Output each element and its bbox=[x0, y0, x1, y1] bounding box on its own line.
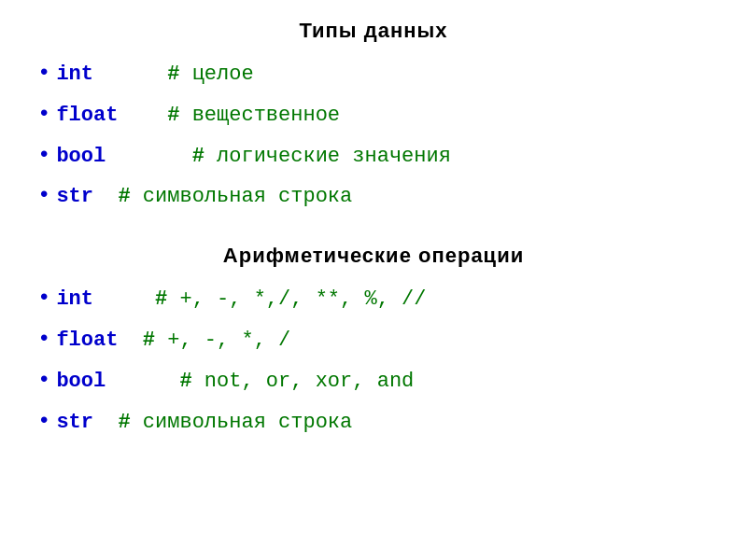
arithmetic-section: Арифметические операции • int # +, -, *,… bbox=[37, 244, 710, 446]
types-section: Типы данных • int # целое • float # веще… bbox=[37, 19, 710, 221]
hash: # bbox=[118, 183, 130, 212]
keyword-float: float bbox=[56, 102, 118, 131]
comment: целое bbox=[179, 61, 253, 90]
spacer bbox=[106, 368, 179, 397]
hash: # bbox=[118, 409, 130, 438]
comment: вещественное bbox=[179, 102, 340, 131]
list-item: • str # символьная строка bbox=[37, 406, 710, 438]
hash: # bbox=[179, 368, 191, 397]
hash: # bbox=[192, 143, 204, 172]
comment: символьная строка bbox=[131, 409, 353, 438]
list-item: • float # +, -, *, / bbox=[37, 324, 710, 356]
list-item: • bool # логические значения bbox=[37, 140, 710, 172]
keyword-str: str bbox=[56, 183, 93, 212]
bullet-icon: • bbox=[37, 324, 50, 356]
list-item: • int # +, -, *,/, **, %, // bbox=[37, 283, 710, 315]
spacer bbox=[93, 183, 118, 212]
spacer bbox=[93, 61, 167, 90]
keyword-bool: bool bbox=[56, 143, 106, 172]
bullet-icon: • bbox=[37, 58, 50, 90]
list-item: • int # целое bbox=[37, 58, 710, 90]
spacer bbox=[93, 409, 118, 438]
list-item: • str # символьная строка bbox=[37, 180, 710, 212]
list-item: • bool # not, or, xor, and bbox=[37, 365, 710, 397]
spacer bbox=[106, 143, 191, 172]
types-title: Типы данных bbox=[37, 19, 710, 43]
bullet-icon: • bbox=[37, 365, 50, 397]
comment: символьная строка bbox=[131, 183, 353, 212]
keyword-int: int bbox=[56, 61, 93, 90]
keyword-float: float bbox=[56, 327, 118, 356]
comment: логические значения bbox=[204, 143, 451, 172]
keyword-bool: bool bbox=[56, 368, 106, 397]
list-item: • float # вещественное bbox=[37, 99, 710, 131]
hash: # bbox=[143, 327, 155, 356]
hash: # bbox=[167, 102, 179, 131]
comment: not, or, xor, and bbox=[192, 368, 415, 397]
keyword-str: str bbox=[56, 409, 93, 438]
bullet-icon: • bbox=[37, 180, 50, 212]
bullet-icon: • bbox=[37, 406, 50, 438]
hash: # bbox=[167, 61, 179, 90]
spacer bbox=[93, 286, 155, 315]
comment: +, -, *, / bbox=[155, 327, 290, 356]
bullet-icon: • bbox=[37, 283, 50, 315]
hash: # bbox=[155, 286, 167, 315]
keyword-int: int bbox=[56, 286, 93, 315]
spacer bbox=[118, 327, 142, 356]
comment: +, -, *,/, **, %, // bbox=[167, 286, 426, 315]
arithmetic-title: Арифметические операции bbox=[37, 244, 710, 268]
bullet-icon: • bbox=[37, 99, 50, 131]
bullet-icon: • bbox=[37, 140, 50, 172]
spacer bbox=[118, 102, 167, 131]
